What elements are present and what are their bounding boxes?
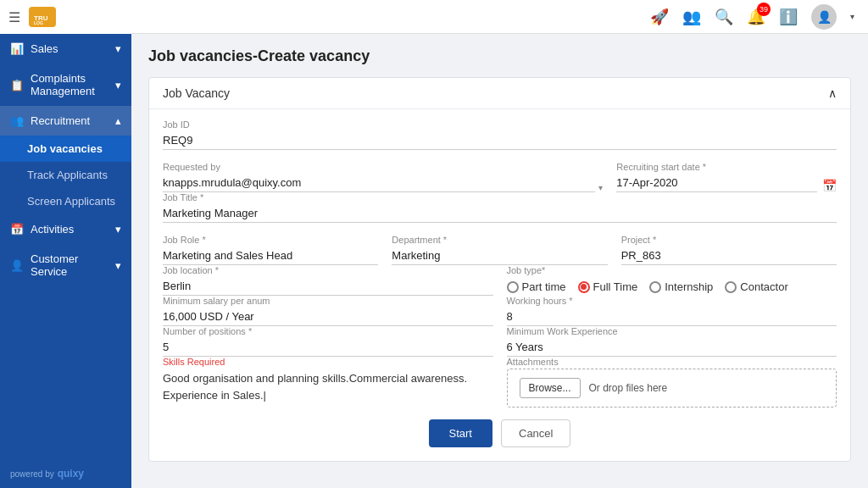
radio-contactor[interactable]: Contactor <box>725 280 787 293</box>
sidebar-item-activities[interactable]: 📅 Activities ▾ <box>0 214 131 244</box>
users-icon[interactable]: 👥 <box>682 8 701 26</box>
attachments-field: Attachments Browse... Or drop files here <box>507 357 837 408</box>
row-location-jobtype: Job location * Berlin Job type* Part tim… <box>163 265 837 296</box>
project-label: Project * <box>621 235 837 245</box>
min-experience-field: Minimum Work Experience 6 Years <box>507 326 837 357</box>
department-label: Department * <box>392 235 607 245</box>
sidebar-footer: powered by quixy <box>0 459 131 488</box>
job-location-field: Job location * Berlin <box>163 265 493 296</box>
attachments-label: Attachments <box>507 357 837 367</box>
avatar[interactable]: 👤 <box>811 4 837 30</box>
skills-label: Skills Required <box>163 357 493 367</box>
job-id-label: Job ID <box>163 119 837 130</box>
sidebar-logo: ☰ TRU LOG <box>0 0 131 34</box>
svg-text:LOG: LOG <box>34 20 43 25</box>
row-requested-recruiting: Requested by knapps.mrudula@quixy.com ▾ … <box>163 162 837 192</box>
sidebar-sub-screen-applicants[interactable]: Screen Applicants <box>0 188 131 214</box>
min-salary-label: Minimum salary per anum <box>163 296 493 306</box>
min-salary-value[interactable]: 16,000 USD / Year <box>163 308 493 326</box>
avatar-chevron[interactable]: ▾ <box>850 12 854 21</box>
project-field: Project * PR_863 <box>621 235 837 265</box>
requested-by-label: Requested by <box>163 162 603 172</box>
form-body: Job ID REQ9 Requested by knapps.mrudula@… <box>149 109 850 461</box>
sidebar-item-recruitment[interactable]: 👥 Recruitment ▴ <box>0 106 131 136</box>
radio-internship[interactable]: Internship <box>649 280 713 293</box>
skills-field: Skills Required Good organisation and pl… <box>163 357 493 408</box>
sidebar-item-label: Activities <box>31 223 74 236</box>
collapse-icon[interactable]: ∧ <box>828 86 837 100</box>
min-experience-value[interactable]: 6 Years <box>507 338 837 357</box>
browse-button[interactable]: Browse... <box>520 378 581 398</box>
requested-by-value[interactable]: knapps.mrudula@quixy.com <box>163 174 595 192</box>
page-content: Job vacancies-Create vacancy Job Vacancy… <box>131 34 868 488</box>
deploy-icon[interactable]: 🚀 <box>650 8 669 26</box>
radio-circle-full-time <box>578 281 590 293</box>
page-title: Job vacancies-Create vacancy <box>148 47 851 65</box>
sidebar-item-label: Complaints Management <box>31 72 115 97</box>
radio-circle-part-time <box>507 281 519 293</box>
calendar-icon[interactable]: 📅 <box>822 179 837 192</box>
sidebar-item-complaints[interactable]: 📋 Complaints Management ▾ <box>0 64 131 106</box>
chevron-down-icon: ▾ <box>115 42 121 55</box>
radio-circle-contactor <box>725 281 737 293</box>
cancel-button[interactable]: Cancel <box>501 419 570 447</box>
sidebar-item-sales[interactable]: 📊 Sales ▾ <box>0 34 131 64</box>
sidebar: ☰ TRU LOG 📊 Sales ▾ 📋 Complaints Managem… <box>0 0 131 488</box>
job-id-field: Job ID REQ9 <box>163 119 837 150</box>
sidebar-item-label: Sales <box>31 42 58 55</box>
job-title-field: Job Title * Marketing Manager <box>163 192 837 223</box>
action-row: Start Cancel <box>163 419 837 447</box>
job-type-label: Job type* <box>507 265 837 275</box>
chevron-down-icon: ▾ <box>115 79 121 92</box>
radio-part-time[interactable]: Part time <box>507 280 566 293</box>
info-icon[interactable]: ℹ️ <box>779 8 798 26</box>
radio-full-time[interactable]: Full Time <box>578 280 638 293</box>
sidebar-sub-job-vacancies[interactable]: Job vacancies <box>0 136 131 162</box>
complaints-icon: 📋 <box>10 79 24 92</box>
department-value[interactable]: Marketing <box>392 247 607 265</box>
chevron-up-icon: ▴ <box>115 114 121 127</box>
project-value[interactable]: PR_863 <box>621 247 837 265</box>
job-title-value[interactable]: Marketing Manager <box>163 204 837 223</box>
hamburger-icon[interactable]: ☰ <box>8 9 20 25</box>
row-role-dept-project: Job Role * Marketing and Sales Head Depa… <box>163 235 837 265</box>
job-role-label: Job Role * <box>163 235 378 245</box>
job-title-label: Job Title * <box>163 192 837 202</box>
chevron-down-icon: ▾ <box>115 223 121 236</box>
sales-icon: 📊 <box>10 42 24 55</box>
sidebar-item-label: Recruitment <box>31 114 90 127</box>
working-hours-label: Working hours * <box>507 296 837 306</box>
chevron-down-icon: ▾ <box>115 259 121 272</box>
powered-by-text: powered by <box>10 469 54 479</box>
working-hours-value[interactable]: 8 <box>507 308 837 326</box>
num-positions-field: Number of positions * 5 <box>163 326 493 357</box>
search-icon[interactable]: 🔍 <box>715 8 733 26</box>
requested-by-field: Requested by knapps.mrudula@quixy.com ▾ <box>163 162 603 192</box>
job-location-value[interactable]: Berlin <box>163 277 493 296</box>
notification-badge: 39 <box>757 3 771 16</box>
sidebar-sub-label: Track Applicants <box>27 169 108 181</box>
form-card-header: Job Vacancy ∧ <box>149 78 850 109</box>
skills-value[interactable]: Good organisation and planning skills.Co… <box>163 370 493 403</box>
num-positions-value[interactable]: 5 <box>163 338 493 357</box>
sidebar-sub-track-applicants[interactable]: Track Applicants <box>0 162 131 188</box>
num-positions-label: Number of positions * <box>163 326 493 336</box>
start-button[interactable]: Start <box>429 419 492 447</box>
form-card: Job Vacancy ∧ Job ID REQ9 Requested by k… <box>148 77 851 462</box>
row-positions-experience: Number of positions * 5 Minimum Work Exp… <box>163 326 837 357</box>
job-type-field: Job type* Part time Full Time <box>507 265 837 296</box>
section-title: Job Vacancy <box>163 86 230 100</box>
sidebar-item-customer-service[interactable]: 👤 Customer Service ▾ <box>0 244 131 286</box>
department-field: Department * Marketing <box>392 235 607 265</box>
min-experience-label: Minimum Work Experience <box>507 326 837 336</box>
job-role-field: Job Role * Marketing and Sales Head <box>163 235 378 265</box>
job-id-value[interactable]: REQ9 <box>163 131 837 150</box>
job-role-value[interactable]: Marketing and Sales Head <box>163 247 378 265</box>
recruiting-start-value[interactable]: 17-Apr-2020 <box>616 174 817 192</box>
topnav: 🚀 👥 🔍 🔔 39 ℹ️ 👤 ▾ <box>131 0 868 34</box>
sidebar-sub-label: Screen Applicants <box>27 195 115 208</box>
recruitment-icon: 👥 <box>10 114 24 127</box>
dropdown-arrow-icon[interactable]: ▾ <box>598 183 603 192</box>
min-salary-field: Minimum salary per anum 16,000 USD / Yea… <box>163 296 493 326</box>
notifications-icon[interactable]: 🔔 39 <box>747 8 765 26</box>
